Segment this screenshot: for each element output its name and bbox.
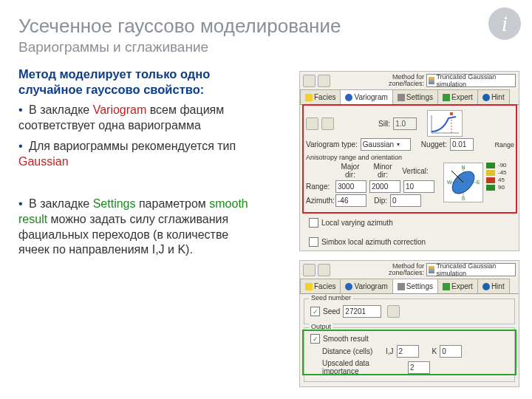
legend-45: 45 [498,177,505,183]
range-row-label: Range: [306,183,332,191]
tab-bar: Facies Variogram Settings Expert Hint [300,89,519,105]
toolbar-icon[interactable] [318,264,330,276]
tab-settings[interactable]: Settings [392,89,438,104]
svg-rect-0 [450,112,453,115]
toolbar-icon[interactable] [303,75,316,87]
page-title: Усеченное гауссово моделирование [18,15,517,38]
tab-variogram[interactable]: Variogram [340,89,392,104]
vtype-label: Variogram type: [306,140,358,149]
dip-field[interactable]: 0 [390,194,421,207]
simbox-checkbox[interactable] [309,237,318,247]
vertical-header: Vertical: [400,167,430,175]
bullet-gaussian: Для вариограммы рекомендуется тип Gaussi… [18,139,259,170]
variogram-type-dropdown[interactable]: Gaussian [361,138,411,151]
simbox-label: Simbox local azimuth correction [321,238,426,246]
toolbar-icon[interactable] [318,75,330,87]
lead-text: Метод моделирует только одно случайное г… [18,66,259,98]
method-dropdown[interactable]: Truncated Gaussian simulation [426,263,516,276]
tab-facies[interactable]: Facies [300,279,341,293]
seed-label: Seed [323,307,340,316]
tab-facies[interactable]: Facies [300,89,341,104]
range-minor[interactable]: 2000 [369,180,400,193]
major-header: Major dir: [335,163,365,179]
tab-hint[interactable]: Hint [477,279,510,293]
sill-field: 1.0 [393,117,417,130]
page-subtitle: Вариограммы и сглаживание [18,39,517,55]
local-azimuth-checkbox[interactable] [309,218,318,228]
tab-hint[interactable]: Hint [477,89,510,104]
anisotropy-ellipse-icon: N W E S [443,163,483,202]
range-major[interactable]: 3000 [335,180,366,193]
sill-label: Sill: [378,120,390,128]
method-dropdown[interactable]: Truncated Gaussian simulation [426,74,516,87]
tab-bar: Facies Variogram Settings Expert Hint [300,279,519,294]
bullet-variogram: В закладке Variogram всем фациям соответ… [18,103,259,134]
minor-header: Minor dir: [368,163,398,179]
tab-variogram[interactable]: Variogram [340,279,392,293]
copy-icon[interactable] [321,117,334,130]
azimuth-label: Azimuth: [306,197,332,205]
seed-legend: Seed number [309,294,353,301]
local-azimuth-label: Local varying azimuth [321,219,393,227]
dip-label: Dip: [369,197,387,205]
method-label: Method for zone/facies: [389,263,424,276]
bullet-settings: В закладке Settings параметром smooth re… [18,197,259,258]
anisotropy-label: Anisotropy range and orientation [306,154,514,161]
azimuth-field[interactable]: -46 [335,194,366,207]
range-vertical[interactable]: 10 [403,180,434,193]
method-label: Method for zone/facies: [389,74,424,87]
legend-90: 90 [498,185,505,191]
nugget-field[interactable]: 0.01 [450,138,474,151]
settings-panel: Method for zone/facies: Truncated Gaussi… [299,260,519,387]
layer-icon[interactable] [306,117,318,130]
seed-field[interactable]: 27201 [343,305,381,318]
legend-m45: -45 [498,170,507,176]
legend-m90: -90 [498,163,507,168]
nugget-label: Nugget: [421,140,447,149]
seed-checkbox[interactable]: ✓ [310,307,320,316]
tab-settings[interactable]: Settings [392,279,438,293]
range-label: Range [494,141,514,149]
variogram-curve-icon [427,110,463,137]
seed-refresh-icon[interactable] [387,305,400,318]
toolbar-icon[interactable] [303,264,316,276]
info-icon: i [488,7,521,40]
tab-expert[interactable]: Expert [437,89,478,104]
variogram-panel: Method for zone/facies: Truncated Gaussi… [299,71,519,251]
tab-expert[interactable]: Expert [437,279,478,293]
